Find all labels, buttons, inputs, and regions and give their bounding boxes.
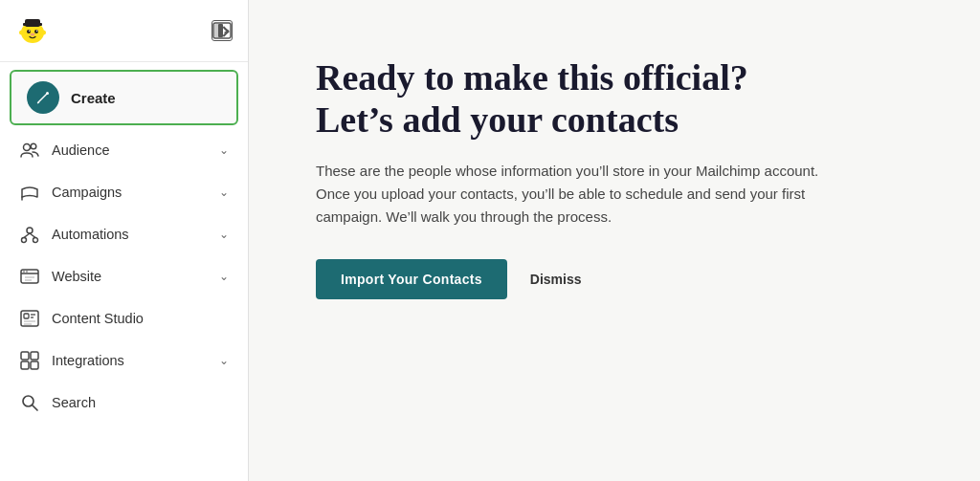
sidebar-header [0, 0, 248, 62]
svg-point-5 [34, 30, 38, 33]
welcome-card: Ready to make this official? Let’s add y… [316, 57, 833, 299]
svg-rect-35 [31, 361, 38, 369]
welcome-title: Ready to make this official? Let’s add y… [316, 57, 833, 141]
integrations-chevron: ⌄ [219, 354, 229, 367]
content-studio-icon [19, 308, 40, 329]
sidebar-item-automations[interactable]: Automations ⌄ [4, 214, 244, 254]
automations-label: Automations [52, 227, 208, 242]
svg-rect-27 [24, 314, 29, 318]
import-contacts-button[interactable]: Import Your Contacts [316, 259, 507, 299]
create-button[interactable]: Create [10, 70, 238, 125]
content-studio-label: Content Studio [52, 311, 229, 326]
svg-point-19 [33, 238, 38, 243]
automations-chevron: ⌄ [219, 228, 229, 241]
welcome-title-line1: Ready to make this official? [316, 57, 748, 98]
campaigns-icon [19, 182, 40, 203]
integrations-icon [19, 350, 40, 371]
sidebar-item-campaigns[interactable]: Campaigns ⌄ [4, 172, 244, 212]
search-icon [19, 392, 40, 413]
campaigns-chevron: ⌄ [219, 186, 229, 199]
svg-point-9 [19, 31, 25, 35]
audience-icon [19, 140, 40, 161]
audience-label: Audience [52, 142, 208, 158]
svg-point-6 [29, 31, 30, 32]
svg-point-8 [31, 33, 35, 36]
dismiss-button[interactable]: Dismiss [530, 272, 582, 287]
svg-point-18 [22, 238, 27, 243]
sidebar-item-audience[interactable]: Audience ⌄ [4, 130, 244, 170]
sidebar: Create Audience ⌄ Campaigns ⌄ [0, 0, 249, 481]
campaigns-label: Campaigns [52, 185, 208, 200]
sidebar-collapse-button[interactable] [212, 20, 233, 41]
svg-point-14 [46, 92, 49, 95]
welcome-actions: Import Your Contacts Dismiss [316, 259, 833, 299]
svg-point-10 [40, 31, 46, 35]
integrations-label: Integrations [52, 353, 208, 368]
svg-point-7 [36, 31, 37, 32]
sidebar-item-search[interactable]: Search [4, 383, 244, 423]
svg-point-15 [24, 144, 31, 151]
website-chevron: ⌄ [219, 270, 229, 283]
svg-rect-12 [214, 24, 219, 37]
mailchimp-logo [15, 13, 50, 48]
welcome-description: These are the people whose information y… [316, 160, 833, 229]
automations-icon [19, 224, 40, 245]
website-label: Website [52, 269, 208, 284]
svg-point-4 [27, 30, 31, 33]
audience-chevron: ⌄ [219, 143, 229, 157]
create-label: Create [71, 90, 116, 106]
search-label: Search [52, 395, 229, 410]
svg-point-17 [27, 228, 33, 233]
sidebar-item-integrations[interactable]: Integrations ⌄ [4, 340, 244, 381]
svg-rect-34 [21, 361, 29, 369]
sidebar-item-content-studio[interactable]: Content Studio [4, 298, 244, 339]
svg-rect-33 [31, 352, 38, 360]
welcome-title-line2: Let’s add your contacts [316, 99, 679, 140]
svg-point-16 [31, 143, 36, 149]
svg-point-23 [26, 271, 28, 273]
sidebar-item-website[interactable]: Website ⌄ [4, 256, 244, 296]
svg-rect-32 [21, 352, 29, 360]
svg-line-37 [33, 405, 38, 411]
svg-point-22 [23, 271, 25, 273]
svg-rect-3 [23, 23, 42, 26]
main-content: Ready to make this official? Let’s add y… [249, 0, 980, 481]
website-icon [19, 266, 40, 287]
create-icon [27, 81, 59, 114]
